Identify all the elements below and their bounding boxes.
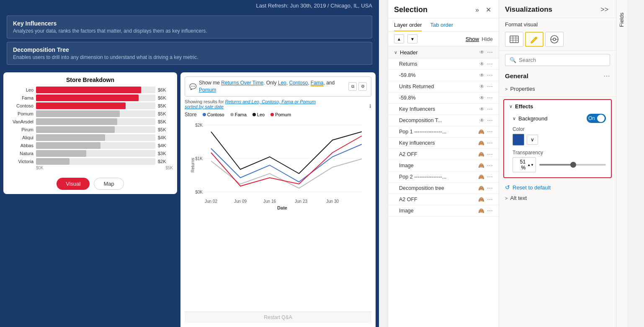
viz-header: Visualizations >> [499,0,616,18]
show-btn[interactable]: Show [466,36,479,42]
svg-text:$2K: $2K [195,123,203,128]
pct-input[interactable]: 51 % ▲▼ [513,157,536,172]
pomum-link[interactable]: Pomum [199,87,216,93]
general-dots[interactable]: ⋯ [603,72,610,80]
move-up-btn[interactable]: ▲ [394,34,404,43]
list-item[interactable]: -59.8% 👁 ⋯ [388,70,499,81]
item-dots[interactable]: ⋯ [487,83,493,90]
copy-icon[interactable]: ⧉ [348,82,357,91]
list-item[interactable]: Pop 1 ----------------... 🙈 ⋯ [388,126,499,138]
viz-icon-row [499,30,616,51]
search-input[interactable] [519,57,605,63]
eye-slash-icon[interactable]: 🙈 [478,151,484,157]
eye-slash-icon[interactable]: 🙈 [478,140,484,146]
alt-text-row[interactable]: > Alt text [499,192,616,204]
contoso-legend: Contoso [203,112,224,117]
pct-arrows[interactable]: ▲▼ [527,163,534,167]
item-dots[interactable]: ⋯ [487,106,493,112]
map-tab[interactable]: Map [94,178,124,190]
bar-value: $2K [158,159,173,164]
analytics-icon-btn[interactable] [545,32,564,47]
leo-link[interactable]: Leo [278,80,286,86]
item-dots[interactable]: ⋯ [487,174,493,180]
eye-slash-icon[interactable]: 🙈 [478,174,484,180]
header-group[interactable]: ∨ Header 👁 ⋯ [388,46,499,59]
slider-thumb[interactable] [570,162,576,168]
reset-row[interactable]: ↺ Reset to default [499,181,616,192]
list-item[interactable]: Image 🙈 ⋯ [388,205,499,217]
eye-slash-icon[interactable]: 🙈 [478,129,484,135]
eye-slash-icon[interactable]: 🙈 [478,163,484,169]
bar-row: Aliqui $4K [8,134,173,141]
group-eye-icon[interactable]: 👁 [479,49,484,55]
group-dots-icon[interactable]: ⋯ [487,49,493,56]
svg-text:Returns: Returns [191,158,195,172]
item-dots[interactable]: ⋯ [487,140,493,146]
chart-tabs: Visual Map [3,174,177,194]
bg-chevron: ∨ [513,116,516,121]
eye-icon[interactable]: 👁 [479,118,484,123]
eye-icon[interactable]: 👁 [479,61,484,67]
move-down-btn[interactable]: ▼ [407,34,417,43]
transparency-slider[interactable] [539,164,606,166]
properties-row[interactable]: > Properties [499,83,616,95]
show-hide-btns: Show Hide [466,36,493,42]
bar-track [36,134,155,141]
list-item[interactable]: Decomposition T... 👁 ⋯ [388,115,499,126]
item-dots[interactable]: ⋯ [487,185,493,192]
eye-icon[interactable]: 👁 [479,106,484,112]
color-swatch[interactable] [513,134,524,146]
eye-icon[interactable]: 👁 [479,95,484,101]
list-item[interactable]: A2 OFF 🙈 ⋯ [388,194,499,205]
layer-order-tab[interactable]: Layer order [394,18,422,31]
returns-link[interactable]: Returns Over Time [221,80,263,86]
format-icon-btn[interactable] [525,32,544,47]
restart-qa-bar[interactable]: Restart Q&A [185,312,371,323]
close-btn[interactable]: ✕ [484,5,493,15]
color-dropdown-btn[interactable]: ∨ [527,135,538,145]
fama-link[interactable]: Fama [311,80,324,87]
eye-slash-icon[interactable]: 🙈 [478,208,484,214]
item-dots[interactable]: ⋯ [487,117,493,124]
selection-panel: Selection » ✕ Layer order Tab order ▲ ▼ … [388,0,499,327]
selection-header-icons: » ✕ [474,5,493,15]
alt-label: Alt text [510,195,527,201]
eye-icon[interactable]: 👁 [479,72,484,78]
eye-icon[interactable]: 👁 [479,84,484,89]
list-item[interactable]: A2 OFF 🙈 ⋯ [388,149,499,160]
visual-tab[interactable]: Visual [57,178,90,190]
list-item[interactable]: Returns 👁 ⋯ [388,59,499,70]
list-item[interactable]: Decomposition tree 🙈 ⋯ [388,183,499,194]
list-item[interactable]: -59.8% 👁 ⋯ [388,92,499,104]
bar-label: Leo [8,87,33,92]
item-icons: 👁 ⋯ [479,72,493,79]
table-icon-btn[interactable] [505,32,523,47]
item-dots[interactable]: ⋯ [487,196,493,203]
hide-btn[interactable]: Hide [482,36,493,42]
expand-btn[interactable]: » [474,5,481,15]
item-dots[interactable]: ⋯ [487,162,493,169]
item-dots[interactable]: ⋯ [487,61,493,67]
tab-order-tab[interactable]: Tab order [430,18,453,31]
list-item[interactable]: Image 🙈 ⋯ [388,160,499,171]
eye-slash-icon[interactable]: 🙈 [478,197,484,202]
viz-expand-btn[interactable]: >> [599,5,610,14]
contoso-link[interactable]: Contoso [289,80,308,86]
list-item[interactable]: Units Returned 👁 ⋯ [388,81,499,92]
effects-header[interactable]: ∨ Effects [504,100,611,112]
settings-icon[interactable]: ⚙ [358,82,367,91]
list-item[interactable]: Pop 2 ----------------... 🙈 ⋯ [388,171,499,183]
item-dots[interactable]: ⋯ [487,128,493,135]
item-dots[interactable]: ⋯ [487,151,493,158]
decomposition-tree-item[interactable]: Decomposition Tree Enables users to dril… [7,42,372,65]
list-item[interactable]: Key Influencers 👁 ⋯ [388,104,499,115]
key-influencers-item[interactable]: Key Influencers Analyzes your data, rank… [7,15,372,38]
item-dots[interactable]: ⋯ [487,207,493,214]
item-dots[interactable]: ⋯ [487,72,493,79]
list-item[interactable]: Key influencers 🙈 ⋯ [388,138,499,149]
left-panel: Last Refresh: Jun 30th, 2019 / Chicago, … [0,0,379,327]
background-toggle[interactable]: On [587,114,606,123]
eye-slash-icon[interactable]: 🙈 [478,185,484,191]
fields-tab[interactable]: Fields [618,13,625,27]
item-dots[interactable]: ⋯ [487,95,493,101]
